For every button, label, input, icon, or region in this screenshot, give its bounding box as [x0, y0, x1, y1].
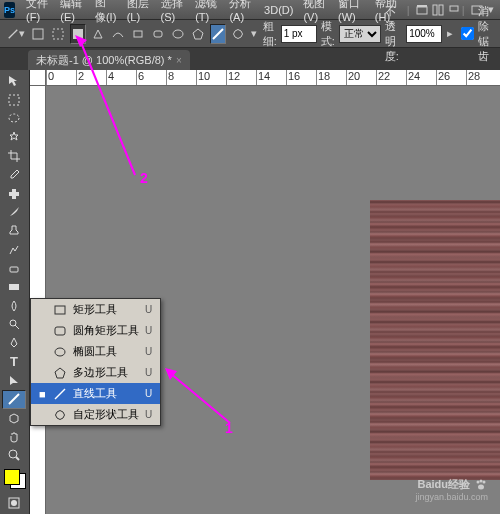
svg-rect-29: [55, 327, 65, 335]
watermark: Baidu经验 jingyan.baidu.com: [415, 477, 488, 502]
rect-shape-icon[interactable]: [130, 24, 146, 44]
flyout-ellipse-tool[interactable]: 椭圆工具 U: [31, 341, 160, 362]
flyout-line-tool[interactable]: ■ 直线工具 U: [31, 383, 160, 404]
paw-icon: [474, 478, 488, 492]
polygon-icon: [53, 366, 67, 380]
svg-rect-15: [9, 95, 19, 105]
flyout-rounded-rect-tool[interactable]: 圆角矩形工具 U: [31, 320, 160, 341]
line-shape-icon[interactable]: [210, 24, 226, 44]
history-icon[interactable]: [432, 3, 444, 17]
svg-line-6: [9, 29, 18, 38]
shape-tool[interactable]: [2, 390, 26, 409]
mode-select[interactable]: 正常: [339, 25, 381, 43]
pen-icon[interactable]: [90, 24, 106, 44]
menu-window[interactable]: 窗口(W): [333, 0, 370, 25]
crop-tool[interactable]: [2, 147, 26, 166]
app-logo: Ps: [4, 2, 15, 18]
shape-tool-flyout: 矩形工具 U 圆角矩形工具 U 椭圆工具 U 多边形工具 U ■ 直线工具 U …: [30, 298, 161, 426]
tool-preset-icon[interactable]: ▾: [6, 24, 26, 44]
gradient-tool[interactable]: [2, 278, 26, 297]
svg-line-32: [55, 389, 65, 399]
foreground-color[interactable]: [4, 469, 20, 485]
paths-icon[interactable]: [50, 24, 66, 44]
ellipse-icon: [53, 345, 67, 359]
flyout-polygon-tool[interactable]: 多边形工具 U: [31, 362, 160, 383]
bridge-icon[interactable]: [416, 3, 428, 17]
menu-3d[interactable]: 3D(D): [259, 2, 298, 18]
svg-point-40: [478, 484, 484, 489]
ruler-mark: 12: [226, 70, 256, 85]
menu-edit[interactable]: 编辑(E): [55, 0, 90, 25]
3d-tool[interactable]: [2, 409, 26, 428]
svg-rect-0: [417, 7, 427, 14]
ruler-mark: 24: [406, 70, 436, 85]
stamp-tool[interactable]: [2, 222, 26, 241]
custom-shape-icon[interactable]: [230, 24, 246, 44]
menu-select[interactable]: 选择(S): [156, 0, 191, 25]
shape-layers-icon[interactable]: [30, 24, 46, 44]
svg-line-22: [15, 325, 19, 329]
flyout-bullet: ■: [39, 388, 47, 400]
wand-tool[interactable]: [2, 128, 26, 147]
ruler-corner: [30, 70, 46, 86]
color-swatches[interactable]: [4, 469, 26, 489]
flyout-item-key: U: [145, 388, 152, 399]
rrect-shape-icon[interactable]: [150, 24, 166, 44]
move-tool[interactable]: [2, 72, 26, 91]
line-icon: [53, 387, 67, 401]
path-select-tool[interactable]: [2, 371, 26, 390]
fill-pixels-icon[interactable]: [70, 24, 86, 44]
feather-input[interactable]: [281, 25, 317, 43]
svg-line-25: [16, 457, 19, 460]
zoom-icon[interactable]: [448, 3, 460, 17]
flyout-rectangle-tool[interactable]: 矩形工具 U: [31, 299, 160, 320]
freeform-pen-icon[interactable]: [110, 24, 126, 44]
eraser-tool[interactable]: [2, 259, 26, 278]
opacity-input[interactable]: [406, 25, 442, 43]
canvas-area[interactable]: 0 2 4 6 8 10 12 14 16 18 20 22 24 26 28: [30, 70, 500, 514]
flyout-item-key: U: [145, 409, 152, 420]
menu-layer[interactable]: 图层(L): [122, 0, 156, 25]
flyout-custom-shape-tool[interactable]: 自定形状工具 U: [31, 404, 160, 425]
antialias-checkbox[interactable]: [461, 27, 474, 40]
marquee-tool[interactable]: [2, 91, 26, 110]
svg-point-38: [480, 479, 483, 482]
menu-filter[interactable]: 滤镜(T): [190, 0, 224, 25]
healing-tool[interactable]: [2, 184, 26, 203]
brush-tool[interactable]: [2, 203, 26, 222]
custom-shape-icon: [53, 408, 67, 422]
lasso-tool[interactable]: [2, 109, 26, 128]
shape-options-dropdown-icon[interactable]: ▾: [250, 24, 259, 44]
document-tab-title: 未标题-1 @ 100%(RGB/8) *: [36, 53, 172, 68]
options-bar: ▾ ▾ 粗细: 模式: 正常 不透明度: ▸ 消除锯齿: [0, 20, 500, 48]
pen-tool[interactable]: [2, 334, 26, 353]
menu-file[interactable]: 文件(F): [21, 0, 55, 25]
svg-point-30: [55, 348, 65, 356]
menu-analysis[interactable]: 分析(A): [224, 0, 259, 25]
blur-tool[interactable]: [2, 296, 26, 315]
history-brush-tool[interactable]: [2, 240, 26, 259]
rrect-icon: [53, 324, 67, 338]
ruler-horizontal[interactable]: 0 2 4 6 8 10 12 14 16 18 20 22 24 26 28: [46, 70, 500, 86]
svg-rect-8: [53, 29, 63, 39]
svg-point-16: [9, 114, 19, 122]
ruler-mark: 20: [346, 70, 376, 85]
dodge-tool[interactable]: [2, 315, 26, 334]
menu-separator: |: [407, 4, 410, 16]
document-tab[interactable]: 未标题-1 @ 100%(RGB/8) * ×: [28, 50, 190, 70]
svg-rect-28: [55, 306, 65, 314]
hand-tool[interactable]: [2, 427, 26, 446]
close-icon[interactable]: ×: [176, 55, 182, 66]
ellipse-shape-icon[interactable]: [170, 24, 186, 44]
svg-rect-1: [417, 5, 427, 7]
svg-rect-11: [154, 31, 162, 37]
ruler-mark: 14: [256, 70, 286, 85]
type-tool[interactable]: T: [2, 353, 26, 372]
zoom-tool[interactable]: [2, 446, 26, 465]
svg-rect-2: [433, 5, 437, 15]
polygon-shape-icon[interactable]: [190, 24, 206, 44]
eyedropper-tool[interactable]: [2, 166, 26, 185]
opacity-dropdown-icon[interactable]: ▸: [446, 24, 455, 44]
quickmask-tool[interactable]: [2, 493, 26, 512]
flyout-item-key: U: [145, 325, 152, 336]
